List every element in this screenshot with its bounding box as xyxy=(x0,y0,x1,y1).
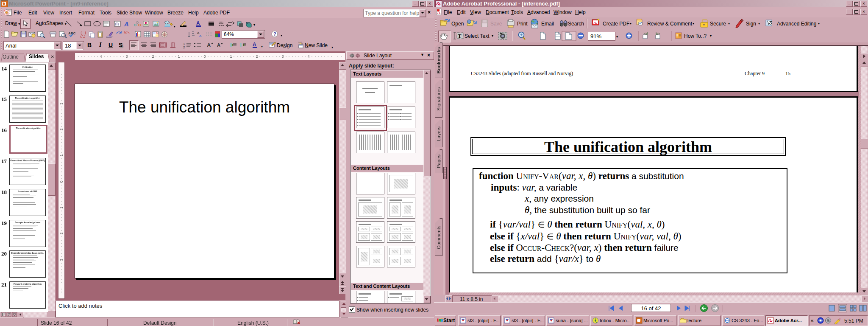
svg-text:0: 0 xyxy=(59,180,64,183)
svg-text:1: 1 xyxy=(59,206,64,208)
svg-text:A: A xyxy=(196,20,200,26)
svg-text:A: A xyxy=(253,42,256,48)
svg-text:2: 2 xyxy=(59,128,64,130)
svg-text:2: 2 xyxy=(59,232,64,234)
svg-text:4: 4 xyxy=(100,54,102,59)
svg-text:3: 3 xyxy=(281,54,284,59)
svg-text:3: 3 xyxy=(59,259,64,261)
svg-text:A: A xyxy=(217,42,220,48)
svg-text:1: 1 xyxy=(230,54,232,59)
svg-text:3: 3 xyxy=(59,102,64,104)
svg-text:1: 1 xyxy=(178,54,180,59)
svg-text:3: 3 xyxy=(125,54,128,59)
svg-text:1: 1 xyxy=(59,154,64,156)
svg-text:2: 2 xyxy=(183,45,185,49)
svg-text:T: T xyxy=(458,33,462,39)
svg-text:?: ? xyxy=(273,31,276,37)
svg-text:A: A xyxy=(199,34,202,38)
svg-text:4: 4 xyxy=(307,54,309,59)
svg-text:0: 0 xyxy=(203,54,206,59)
svg-text:2: 2 xyxy=(152,54,154,59)
svg-text:2: 2 xyxy=(256,54,258,59)
svg-text:A: A xyxy=(124,20,129,28)
svg-text:A: A xyxy=(207,42,211,48)
